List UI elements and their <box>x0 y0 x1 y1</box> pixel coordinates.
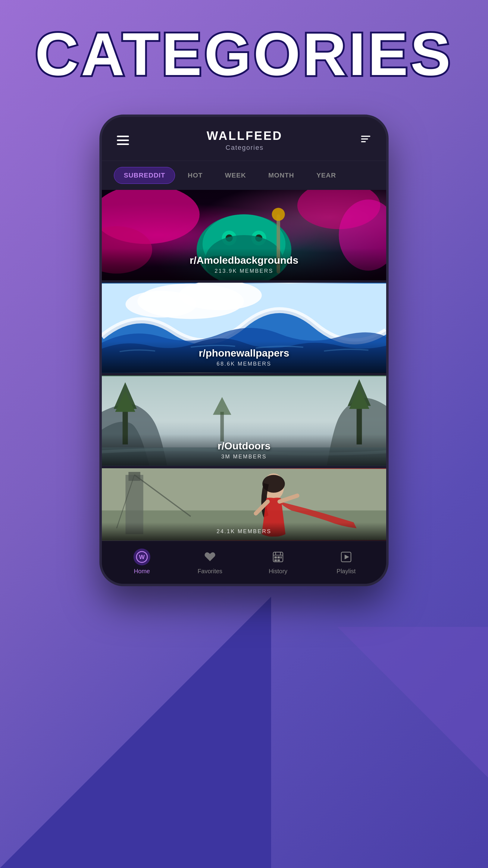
filter-tabs-container: SUBREDDIT HOT WEEK MONTH YEAR <box>102 161 386 190</box>
tab-subreddit[interactable]: SUBREDDIT <box>114 167 175 184</box>
card-members-outdoors: 3M MEMBERS <box>108 454 380 460</box>
card-overlay-outdoors: r/Outdoors 3M MEMBERS <box>102 434 386 466</box>
tab-year[interactable]: YEAR <box>307 167 346 184</box>
card-title-amoled: r/Amoledbackgrounds <box>108 254 380 266</box>
tab-hot[interactable]: HOT <box>178 167 212 184</box>
card-title-outdoors: r/Outdoors <box>108 440 380 452</box>
bottom-navigation: W Home Favorites <box>102 541 386 584</box>
app-header: WALLFEED Categories <box>102 117 386 161</box>
app-name: WALLFEED <box>207 129 283 143</box>
menu-button[interactable] <box>117 135 129 145</box>
app-subtitle: Categories <box>207 144 283 152</box>
sort-icon[interactable] <box>360 133 371 147</box>
svg-marker-49 <box>345 555 349 559</box>
page-title-container: CATEGORIES <box>0 24 488 84</box>
category-card-amoled[interactable]: r/Amoledbackgrounds 213.9K MEMBERS <box>102 190 386 280</box>
card-title-phonewallpapers: r/phonewallpapers <box>108 347 380 359</box>
svg-rect-45 <box>274 559 277 561</box>
svg-rect-30 <box>129 472 140 481</box>
categories-list: r/Amoledbackgrounds 213.9K MEMBERS <box>102 190 386 541</box>
menu-line-3 <box>117 144 129 145</box>
svg-rect-28 <box>102 469 386 510</box>
header-title-block: WALLFEED Categories <box>207 129 283 152</box>
tab-month[interactable]: MONTH <box>259 167 304 184</box>
svg-rect-44 <box>278 556 280 558</box>
svg-rect-46 <box>278 559 280 561</box>
category-card-phonewallpapers[interactable]: r/phonewallpapers 68.6K MEMBERS <box>102 283 386 373</box>
category-card-partial[interactable]: 24.1K MEMBERS <box>102 468 386 541</box>
nav-item-home[interactable]: W Home <box>108 549 176 575</box>
card-overlay-amoled: r/Amoledbackgrounds 213.9K MEMBERS <box>102 248 386 280</box>
category-card-outdoors[interactable]: r/Outdoors 3M MEMBERS <box>102 375 386 466</box>
svg-point-20 <box>126 291 197 318</box>
phone-screen: WALLFEED Categories SUBREDDIT HOT WEEK M… <box>99 115 389 586</box>
card-overlay-partial: 24.1K MEMBERS <box>102 522 386 541</box>
history-icon <box>270 549 287 565</box>
bg-triangle2-shape <box>337 627 488 808</box>
favorites-icon <box>201 549 218 565</box>
svg-rect-47 <box>281 556 282 558</box>
menu-line-2 <box>117 140 129 141</box>
page-title: CATEGORIES <box>0 24 488 84</box>
bg-triangle-shape <box>0 597 271 868</box>
menu-line-1 <box>117 135 129 137</box>
phone-mockup: WALLFEED Categories SUBREDDIT HOT WEEK M… <box>99 115 389 586</box>
tab-week[interactable]: WEEK <box>216 167 256 184</box>
nav-label-history: History <box>269 568 287 575</box>
nav-label-home: Home <box>134 568 150 575</box>
nav-item-favorites[interactable]: Favorites <box>176 549 244 575</box>
card-members-amoled: 213.9K MEMBERS <box>108 268 380 274</box>
home-icon: W <box>133 549 150 565</box>
card-members-partial: 24.1K MEMBERS <box>108 528 380 535</box>
playlist-icon <box>338 549 355 565</box>
nav-item-history[interactable]: History <box>244 549 312 575</box>
svg-rect-43 <box>274 556 277 558</box>
card-members-phonewallpapers: 68.6K MEMBERS <box>108 361 380 367</box>
card-overlay-phonewallpapers: r/phonewallpapers 68.6K MEMBERS <box>102 341 386 373</box>
nav-label-favorites: Favorites <box>198 568 222 575</box>
nav-item-playlist[interactable]: Playlist <box>312 549 380 575</box>
svg-point-16 <box>272 208 285 221</box>
nav-label-playlist: Playlist <box>336 568 355 575</box>
svg-text:W: W <box>139 554 145 560</box>
